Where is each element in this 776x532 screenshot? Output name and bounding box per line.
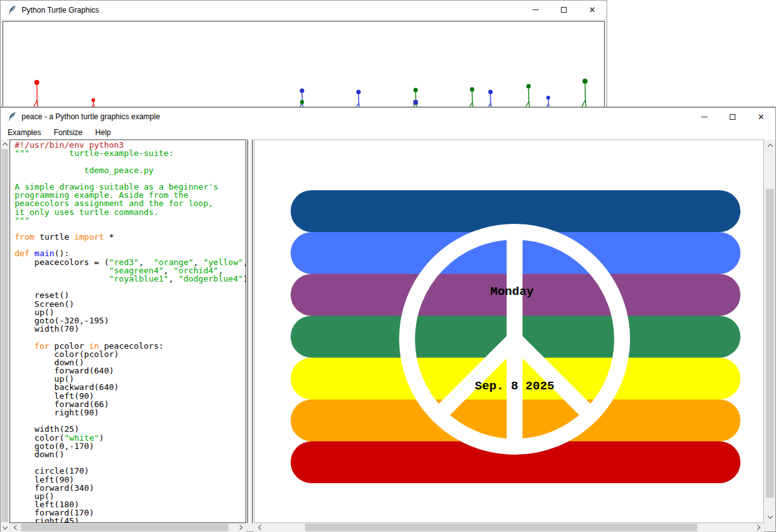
turtle-graphics-window: Python Turtle Graphics ✕ — [0, 0, 607, 110]
peace-window-titlebar[interactable]: peace - a Python turtle graphics example… — [1, 108, 775, 126]
scroll-down-button[interactable] — [1, 523, 10, 532]
turtle-pin-figure — [487, 90, 492, 109]
peace-drawing-svg: MondaySep. 8 2025 — [254, 140, 763, 522]
chevron-up-icon — [768, 143, 773, 148]
date-label: Sep. 8 2025 — [475, 379, 554, 393]
code-line: "royalblue1", "dodgerblue4") — [15, 275, 246, 283]
canvas-horizontal-scrollbar[interactable] — [254, 523, 764, 532]
scroll-right-button[interactable] — [754, 523, 763, 532]
turtle-pin-figure — [525, 84, 531, 109]
code-text[interactable]: #!/usr/bin/env python3""" turtle-example… — [10, 139, 246, 523]
turtle-pin-figure — [581, 79, 588, 108]
turtle-pin-figure — [469, 88, 475, 109]
scroll-down-button[interactable] — [766, 512, 775, 521]
turtle-pins-drawing — [1, 1, 608, 111]
chevron-down-icon — [768, 513, 773, 518]
turtle-pin-figure — [412, 88, 418, 109]
close-button[interactable]: ✕ — [747, 108, 775, 126]
code-line: from turtle import * — [15, 233, 246, 241]
chevron-left-icon — [13, 525, 18, 530]
code-line: """ turtle-example-suite: — [15, 149, 246, 157]
scrollbar-thumb[interactable] — [305, 524, 697, 531]
scroll-right-button[interactable] — [236, 523, 245, 532]
scroll-left-button[interactable] — [255, 523, 264, 532]
menu-help[interactable]: Help — [89, 126, 117, 139]
chevron-up-icon — [3, 142, 8, 147]
scrollbar-thumb[interactable] — [21, 524, 228, 531]
pane-sash[interactable] — [247, 139, 253, 523]
scrollbar-thumb[interactable] — [1, 149, 8, 522]
chevron-left-icon — [258, 525, 263, 530]
turtle-graphics-canvas — [3, 21, 605, 110]
code-line: right(45) — [15, 517, 246, 523]
close-icon: ✕ — [758, 113, 765, 121]
window-content: #!/usr/bin/env python3""" turtle-example… — [1, 139, 775, 531]
scrollbar-thumb[interactable] — [766, 189, 774, 498]
peace-demo-window: peace - a Python turtle graphics example… — [0, 107, 776, 532]
maximize-icon — [730, 114, 735, 120]
peace-drawing-canvas: MondaySep. 8 2025 — [254, 139, 764, 523]
weekday-label: Monday — [490, 285, 534, 299]
chevron-right-icon — [754, 525, 760, 530]
scroll-up-button[interactable] — [766, 141, 775, 150]
code-line: tdemo_peace.py — [15, 166, 246, 174]
scroll-left-button[interactable] — [11, 523, 20, 532]
peace-window-title: peace - a Python turtle graphics example — [22, 112, 160, 121]
turtle-pin-figure — [299, 89, 304, 109]
menu-examples[interactable]: Examples — [1, 126, 48, 139]
code-line: down() — [15, 450, 246, 458]
canvas-vertical-scrollbar[interactable] — [765, 139, 775, 523]
python-feather-icon — [8, 112, 16, 122]
minimize-button[interactable] — [690, 108, 718, 126]
code-vertical-scrollbar[interactable] — [1, 139, 10, 532]
chevron-down-icon — [3, 524, 8, 529]
turtle-pin-figure — [33, 80, 39, 108]
code-line: """ — [15, 216, 246, 224]
code-line: width(70) — [15, 325, 246, 333]
code-horizontal-scrollbar[interactable] — [10, 523, 246, 532]
minimize-icon — [701, 117, 707, 117]
chevron-right-icon — [237, 525, 242, 530]
code-line: right(90) — [15, 408, 246, 417]
scroll-up-button[interactable] — [1, 139, 10, 148]
code-line: it only uses turtle commands. — [15, 208, 246, 216]
menubar: Examples Fontsize Help — [1, 126, 775, 139]
menu-fontsize[interactable]: Fontsize — [48, 126, 89, 139]
maximize-button[interactable] — [718, 108, 747, 126]
turtle-pin-figure — [355, 90, 360, 109]
